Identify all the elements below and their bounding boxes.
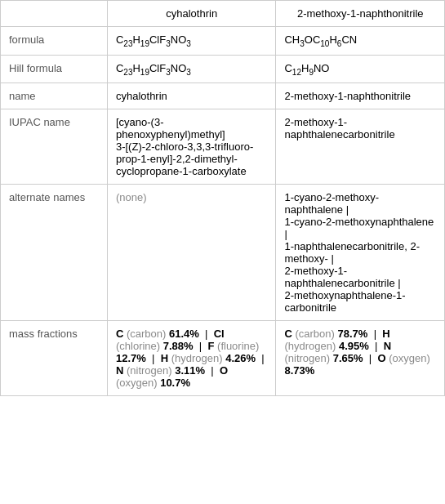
name-col1: cyhalothrin (107, 83, 276, 109)
alternate-names-col1: (none) (107, 185, 276, 321)
table-row-mass-fractions: mass fractions C (carbon) 61.4% | Cl (ch… (1, 321, 445, 396)
formula-col1: C23H19ClF3NO3 (107, 27, 276, 56)
hill-formula-col2: C12H9NO (276, 55, 445, 83)
iupac-name-col1: [cyano-(3-phenoxyphenyl)methyl] 3-[(Z)-2… (107, 109, 276, 185)
empty-header-cell (1, 1, 108, 27)
table-row-hill-formula: Hill formula C23H19ClF3NO3 C12H9NO (1, 55, 445, 83)
table-row-formula: formula C23H19ClF3NO3 CH3OC10H6CN (1, 27, 445, 56)
mass-frac-c1-carbon: C (carbon) 61.4% (116, 328, 199, 340)
mass-fractions-col2: C (carbon) 78.7% | H (hydrogen) 4.95% | … (276, 321, 445, 396)
table-row-iupac-name: IUPAC name [cyano-(3-phenoxyphenyl)methy… (1, 109, 445, 185)
table-row-alternate-names: alternate names (none) 1-cyano-2-methoxy… (1, 185, 445, 321)
mass-fractions-label: mass fractions (1, 321, 108, 396)
formula-col2: CH3OC10H6CN (276, 27, 445, 56)
iupac-name-label: IUPAC name (1, 109, 108, 185)
formula-label: formula (1, 27, 108, 56)
table-row-name: name cyhalothrin 2-methoxy-1-naphthonitr… (1, 83, 445, 109)
name-col2: 2-methoxy-1-naphthonitrile (276, 83, 445, 109)
hill-formula-label: Hill formula (1, 55, 108, 83)
column-header-naphthonitrile: 2-methoxy-1-naphthonitrile (276, 1, 445, 27)
name-label: name (1, 83, 108, 109)
alternate-names-label: alternate names (1, 185, 108, 321)
mass-frac-c2-carbon: C (carbon) 78.7% (284, 328, 367, 340)
hill-formula-col1: C23H19ClF3NO3 (107, 55, 276, 83)
mass-fractions-col1: C (carbon) 61.4% | Cl (chlorine) 7.88% |… (107, 321, 276, 396)
iupac-name-col2: 2-methoxy-1-naphthalenecarbonitrile (276, 109, 445, 185)
mass-frac-c1-hydrogen: H (hydrogen) 4.26% (161, 352, 256, 364)
alternate-names-col2: 1-cyano-2-methoxy-naphthalene | 1-cyano-… (276, 185, 445, 321)
mass-frac-c1-nitrogen: N (nitrogen) 3.11% (116, 364, 205, 377)
column-header-cyhalothrin: cyhalothrin (107, 1, 276, 27)
